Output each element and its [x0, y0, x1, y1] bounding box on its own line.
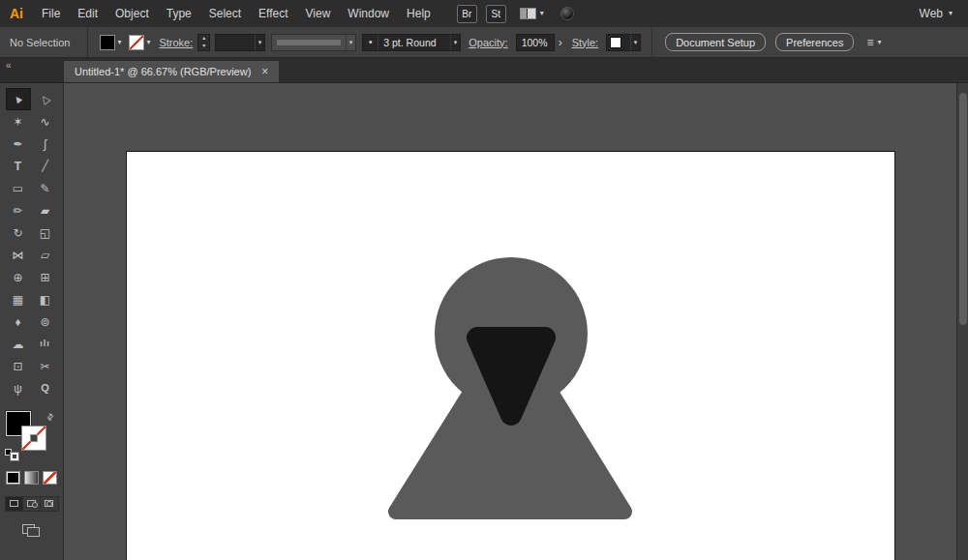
tool-blend[interactable]: ⊚	[33, 310, 58, 333]
caret-down-icon: ▾	[877, 39, 881, 46]
menu-edit[interactable]: Edit	[69, 7, 106, 20]
vertical-scrollbar[interactable]	[956, 83, 968, 560]
document-setup-button[interactable]: Document Setup	[665, 33, 766, 51]
fill-swatch	[100, 35, 115, 50]
tool-magic-wand[interactable]: ✶	[6, 110, 31, 133]
tab-title: Untitled-1* @ 66.67% (RGB/Preview)	[75, 66, 251, 77]
stroke-weight-select[interactable]: ▾	[215, 34, 265, 51]
tool-line-segment[interactable]: ╱	[33, 155, 58, 177]
rotate-tool-icon: ↻	[13, 227, 22, 239]
tool-pencil[interactable]: ✏	[6, 199, 31, 221]
separator	[87, 27, 88, 57]
stroke-color-control[interactable]: ▾	[129, 35, 150, 50]
tool-eyedropper[interactable]: ♦	[6, 310, 31, 333]
tool-slice[interactable]: ✂	[33, 355, 58, 377]
align-panel-control[interactable]: ≡ ▾	[866, 36, 881, 49]
menu-items: FileEditObjectTypeSelectEffectViewWindow…	[33, 7, 439, 20]
type-tool-icon: T	[15, 161, 21, 172]
control-bar: No Selection ▾ ▾ Stroke: ▴ ▾ ▾ ▾ • 3 pt.…	[0, 27, 968, 58]
draw-normal-icon	[10, 500, 18, 507]
opacity-panel-link[interactable]: Opacity:	[469, 37, 507, 48]
workspace-switcher[interactable]: Web ▾	[920, 7, 968, 20]
menu-file[interactable]: File	[33, 7, 69, 20]
tool-gradient[interactable]: ◧	[33, 288, 58, 310]
scrollbar-thumb[interactable]	[959, 93, 967, 325]
sphere-icon[interactable]	[560, 7, 574, 20]
canvas[interactable]	[64, 83, 968, 560]
tool-rotate[interactable]: ↻	[6, 221, 31, 244]
collapse-panel-button[interactable]: «	[6, 60, 11, 71]
fill-color-control[interactable]: ▾	[100, 35, 121, 50]
draw-inside-button[interactable]	[41, 497, 58, 511]
close-tab-button[interactable]: ×	[261, 65, 268, 78]
wizard-figure	[127, 152, 896, 560]
stroke-color-well[interactable]	[21, 426, 46, 451]
tool-perspective-grid[interactable]: ⊞	[33, 266, 58, 288]
brushes-button[interactable]: Br	[457, 5, 477, 23]
color-mode-row	[6, 471, 57, 485]
graphic-style-select[interactable]: ▾	[606, 34, 641, 51]
tool-scale[interactable]: ◱	[33, 221, 58, 244]
tools-panel-header: «	[0, 58, 64, 82]
tools-panel: ▲△✶∿✒ʃT╱▭✎✏▰↻◱⋈▱⊕⊞▦◧♦⊚☁ılı⊡✂ψQ ⇄	[0, 83, 64, 560]
width-profile-select[interactable]: ▾	[271, 34, 356, 51]
tool-artboard[interactable]: ⊡	[6, 355, 31, 377]
menu-select[interactable]: Select	[200, 7, 250, 20]
eraser-tool-icon: ▰	[41, 205, 49, 217]
menu-effect[interactable]: Effect	[250, 7, 296, 20]
tool-mesh[interactable]: ▦	[6, 288, 31, 310]
stroke-weight-stepper[interactable]: ▴ ▾	[197, 34, 210, 51]
tool-free-transform[interactable]: ▱	[33, 244, 58, 266]
tool-hand[interactable]: ψ	[6, 377, 31, 399]
screen-mode-button[interactable]	[22, 524, 41, 538]
style-panel-link[interactable]: Style:	[572, 37, 599, 48]
magic-wand-tool-icon: ✶	[13, 116, 22, 128]
opacity-flyout-arrow[interactable]: ›	[559, 36, 562, 49]
curvature-tool-icon: ʃ	[44, 138, 46, 150]
tool-symbol-sprayer[interactable]: ☁	[6, 333, 31, 355]
tool-grid: ▲△✶∿✒ʃT╱▭✎✏▰↻◱⋈▱⊕⊞▦◧♦⊚☁ılı⊡✂ψQ	[6, 88, 58, 399]
tool-curvature[interactable]: ʃ	[33, 133, 58, 155]
tool-direct-selection[interactable]: △	[33, 88, 58, 110]
menu-object[interactable]: Object	[106, 7, 158, 20]
fill-stroke-widget: ⇄	[3, 411, 61, 461]
arrange-documents-control[interactable]: ▾	[520, 8, 544, 19]
gradient-button[interactable]	[24, 471, 39, 485]
tool-selection[interactable]: ▲	[6, 88, 31, 110]
tool-lasso[interactable]: ∿	[33, 110, 58, 133]
zoom-tool-icon: Q	[41, 383, 49, 394]
brush-preview-icon: •	[363, 35, 378, 50]
stepper-down-icon: ▾	[202, 43, 205, 49]
document-tab[interactable]: Untitled-1* @ 66.67% (RGB/Preview) ×	[64, 61, 279, 82]
preferences-button[interactable]: Preferences	[775, 33, 854, 51]
tool-width[interactable]: ⋈	[6, 244, 31, 266]
artboard[interactable]	[126, 151, 895, 560]
tool-type[interactable]: T	[6, 155, 31, 177]
arrange-documents-icon	[520, 8, 536, 19]
opacity-input[interactable]: 100%	[516, 34, 555, 51]
menu-view[interactable]: View	[297, 7, 340, 20]
color-button[interactable]	[6, 471, 20, 485]
none-button[interactable]	[43, 471, 57, 485]
tool-zoom[interactable]: Q	[33, 377, 58, 399]
drawing-mode-row	[5, 496, 59, 512]
tool-shape-builder[interactable]: ⊕	[6, 266, 31, 288]
tool-eraser[interactable]: ▰	[33, 199, 58, 221]
tool-paintbrush[interactable]: ✎	[33, 177, 58, 199]
draw-normal-button[interactable]	[6, 497, 23, 511]
menu-help[interactable]: Help	[398, 7, 439, 20]
default-fill-stroke-icon[interactable]	[5, 449, 19, 460]
stroke-panel-link[interactable]: Stroke:	[159, 37, 193, 48]
brush-definition-select[interactable]: • 3 pt. Round ▾	[362, 34, 461, 51]
draw-behind-button[interactable]	[23, 497, 41, 511]
tool-pen[interactable]: ✒	[6, 133, 31, 155]
direct-selection-tool-icon: △	[39, 93, 51, 106]
gradient-tool-icon: ◧	[40, 294, 50, 306]
swap-fill-stroke-icon[interactable]: ⇄	[44, 411, 55, 423]
menu-type[interactable]: Type	[158, 7, 200, 20]
menu-window[interactable]: Window	[339, 7, 398, 20]
tool-rectangle[interactable]: ▭	[6, 177, 31, 199]
graphic-styles-button[interactable]: St	[486, 5, 506, 23]
caret-down-icon: ▾	[450, 35, 461, 50]
tool-column-graph[interactable]: ılı	[33, 333, 58, 355]
